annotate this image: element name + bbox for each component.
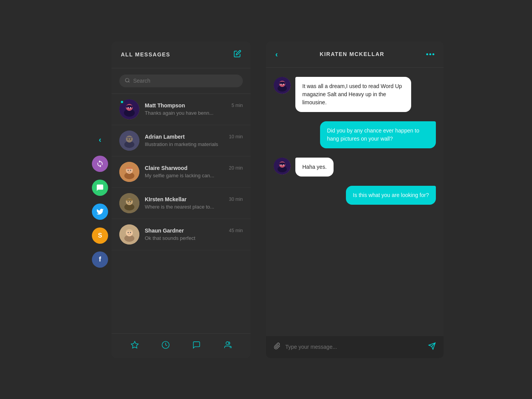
contact-time: 10 min — [229, 134, 243, 139]
back-button[interactable]: ‹ — [92, 132, 108, 148]
contact-name-row: Adrian Lambert 10 min — [145, 134, 243, 140]
send-button[interactable] — [428, 342, 436, 352]
sync-icon[interactable] — [92, 156, 108, 172]
contact-name: Adrian Lambert — [145, 134, 185, 140]
sidebar-icons: ‹ S f — [88, 41, 112, 358]
avatar-wrap-shaun — [119, 224, 139, 244]
search-wrap — [119, 75, 243, 87]
contact-name-row: KIrsten Mckellar 30 min — [145, 196, 243, 202]
contact-info-adrian: Adrian Lambert 10 min Illustration in ma… — [145, 134, 243, 147]
search-icon — [125, 78, 130, 84]
recent-nav[interactable] — [161, 341, 170, 351]
contact-time: 20 min — [229, 165, 243, 171]
avatar-wrap-kirsten — [119, 193, 139, 213]
svg-point-7 — [130, 107, 131, 108]
svg-point-21 — [128, 201, 129, 202]
attach-button[interactable] — [274, 343, 281, 351]
contact-item-matt[interactable]: Matt Thompson 5 min Thanks again you hav… — [112, 94, 251, 125]
contact-time: 30 min — [229, 197, 243, 202]
contact-info-kirsten: KIrsten Mckellar 30 min Where is the nea… — [145, 196, 243, 210]
svg-point-37 — [283, 83, 284, 85]
svg-point-28 — [130, 232, 131, 233]
contact-time: 5 min — [232, 103, 243, 108]
avatar-shaun — [119, 224, 139, 244]
svg-rect-23 — [126, 199, 132, 201]
search-bar — [112, 68, 251, 94]
avatar-kirsten — [119, 193, 139, 213]
messages-title: ALL MESSAGES — [121, 51, 170, 58]
avatar-wrap-adrian — [119, 131, 139, 151]
svg-point-0 — [125, 78, 129, 81]
avatar-wrap-matt — [119, 99, 139, 119]
contact-list: Matt Thompson 5 min Thanks again you hav… — [112, 94, 251, 333]
message-bubble-1: It was all a dream,I used to read Word U… — [295, 77, 411, 112]
message-bubble-4: Is this what you are looking for? — [346, 186, 436, 205]
message-bubble-3: Haha yes. — [295, 158, 334, 177]
contact-info-matt: Matt Thompson 5 min Thanks again you hav… — [145, 102, 243, 116]
app-container: ‹ S f — [88, 41, 444, 358]
contact-item-shaun[interactable]: Shaun Gardner 45 min Ok that sounds perf… — [112, 219, 251, 250]
contact-name: KIrsten Mckellar — [145, 196, 186, 202]
contact-info-shaun: Shaun Gardner 45 min Ok that sounds perf… — [145, 228, 243, 241]
svg-point-22 — [130, 201, 131, 202]
svg-point-27 — [128, 232, 129, 233]
avatar-wrap-claire — [119, 162, 139, 182]
svg-point-17 — [130, 170, 131, 171]
contact-name-row: Claire Sharwood 20 min — [145, 165, 243, 171]
svg-point-10 — [126, 136, 133, 143]
contact-name: Claire Sharwood — [145, 165, 187, 171]
message-row-3: Haha yes. — [274, 158, 436, 177]
chat-header: ‹ KIRATEN MCKELLAR — [266, 41, 444, 68]
left-panel: ‹ S f — [88, 41, 251, 358]
bottom-nav — [112, 333, 251, 358]
contacts-nav[interactable] — [223, 341, 232, 351]
message-row-2: Did you by any chance ever happen to han… — [274, 121, 436, 148]
svg-point-6 — [128, 107, 129, 108]
svg-point-35 — [279, 81, 285, 84]
contact-preview: My selfie game is lacking can... — [145, 173, 230, 178]
chat-input-area — [266, 336, 444, 358]
svg-point-36 — [281, 83, 282, 85]
contact-name-row: Matt Thompson 5 min — [145, 102, 243, 109]
svg-point-31 — [226, 341, 229, 344]
message-icon[interactable] — [92, 180, 108, 196]
svg-point-43 — [283, 164, 284, 165]
message-row-4: Is this what you are looking for? — [274, 186, 436, 205]
chat-avatar-1 — [274, 77, 291, 94]
facebook-icon[interactable]: f — [92, 251, 108, 268]
contact-preview: Thanks again you have benn... — [145, 110, 230, 116]
chat-title: KIRATEN MCKELLAR — [320, 51, 385, 57]
contact-name-row: Shaun Gardner 45 min — [145, 228, 243, 234]
contact-item-kirsten[interactable]: KIrsten Mckellar 30 min Where is the nea… — [112, 188, 251, 219]
twitter-icon[interactable] — [92, 204, 108, 220]
svg-marker-29 — [131, 341, 138, 348]
message-bubble-2: Did you by any chance ever happen to han… — [320, 121, 436, 148]
message-input[interactable] — [285, 344, 424, 350]
message-row-1: It was all a dream,I used to read Word U… — [274, 77, 436, 112]
svg-point-11 — [128, 138, 129, 139]
avatar-claire — [119, 162, 139, 182]
favorites-nav[interactable] — [130, 341, 139, 351]
search-input[interactable] — [133, 78, 237, 84]
messages-header: ALL MESSAGES — [112, 41, 251, 68]
more-options-button[interactable] — [426, 53, 434, 55]
svg-point-41 — [279, 162, 285, 165]
compose-button[interactable] — [234, 50, 241, 59]
svg-point-16 — [128, 170, 129, 171]
contact-preview: Illustration in marketing materials — [145, 141, 230, 147]
svg-point-42 — [281, 164, 282, 165]
chat-messages: It was all a dream,I used to read Word U… — [266, 68, 444, 336]
messages-nav[interactable] — [192, 341, 201, 351]
contact-item-adrian[interactable]: Adrian Lambert 10 min Illustration in ma… — [112, 125, 251, 156]
chat-back-button[interactable]: ‹ — [275, 50, 278, 59]
svg-rect-5 — [126, 106, 132, 107]
online-indicator — [120, 100, 124, 104]
contact-preview: Where is the nearest place to... — [145, 204, 230, 210]
messages-panel: ALL MESSAGES — [112, 41, 251, 358]
contact-name: Shaun Gardner — [145, 228, 184, 234]
contact-preview: Ok that sounds perfect — [145, 235, 230, 241]
skype-icon[interactable]: S — [92, 228, 108, 244]
contact-item-claire[interactable]: Claire Sharwood 20 min My selfie game is… — [112, 156, 251, 188]
contact-time: 45 min — [229, 228, 243, 233]
chat-panel: ‹ KIRATEN MCKELLAR — [266, 41, 444, 358]
